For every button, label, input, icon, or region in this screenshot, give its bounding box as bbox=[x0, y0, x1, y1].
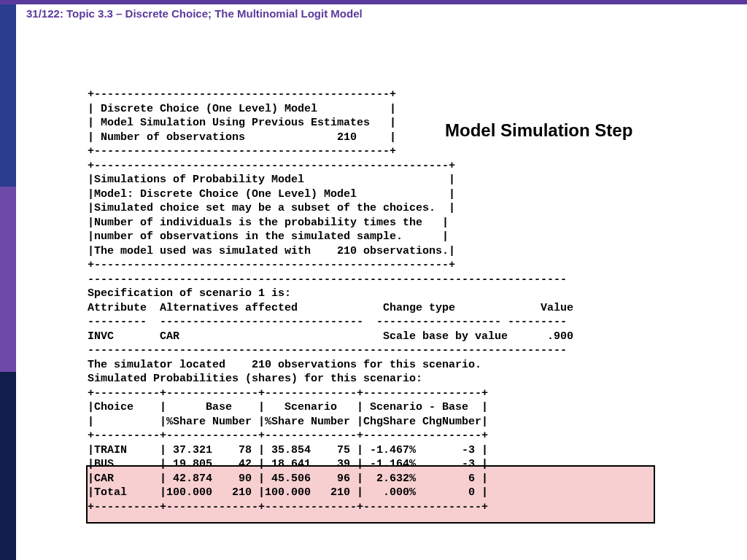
sidebar-segment-middle bbox=[0, 187, 16, 372]
model-output-text: +---------------------------------------… bbox=[88, 88, 729, 514]
model-output-block: +---------------------------------------… bbox=[88, 88, 729, 514]
sidebar-segment-bottom bbox=[0, 372, 16, 560]
sidebar-segment-top bbox=[0, 4, 16, 187]
left-accent-sidebar bbox=[0, 4, 16, 560]
slide-header: 31/122: Topic 3.3 – Discrete Choice; The… bbox=[0, 4, 747, 20]
